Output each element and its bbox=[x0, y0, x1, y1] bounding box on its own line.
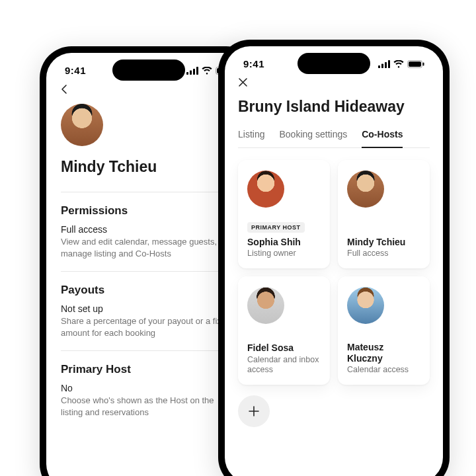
battery-icon bbox=[407, 60, 424, 68]
cell-signal-icon bbox=[378, 60, 390, 68]
section-value: Not set up bbox=[61, 303, 237, 314]
cohost-card[interactable]: PRIMARY HOST Sophia Shih Listing owner bbox=[238, 160, 330, 268]
section-desc: Share a percentage of your payout or a f… bbox=[61, 315, 237, 338]
cohost-name: Mindy Tchieu bbox=[347, 237, 420, 248]
section-value: No bbox=[61, 383, 237, 393]
avatar bbox=[247, 171, 284, 208]
svg-rect-10 bbox=[388, 60, 390, 68]
profile-header: Mindy Tchieu bbox=[61, 100, 237, 192]
section-desc: Choose who's shown as the Host on the li… bbox=[61, 395, 237, 418]
section-title: Permissions bbox=[61, 204, 237, 218]
status-time: 9:41 bbox=[243, 58, 264, 69]
cohost-role: Calendar access bbox=[347, 365, 420, 376]
svg-rect-8 bbox=[381, 63, 383, 68]
status-time: 9:41 bbox=[65, 65, 86, 76]
cohost-name: Mateusz Kluczny bbox=[347, 342, 420, 364]
svg-rect-3 bbox=[196, 67, 198, 75]
section-value: Full access bbox=[61, 224, 237, 235]
avatar bbox=[347, 171, 384, 208]
status-right bbox=[378, 60, 424, 68]
avatar bbox=[247, 287, 284, 324]
plus-icon bbox=[238, 395, 270, 427]
notch bbox=[298, 53, 370, 74]
avatar bbox=[347, 287, 384, 324]
cohost-role: Calendar and inbox access bbox=[247, 355, 321, 376]
section-permissions[interactable]: Permissions Full access View and edit ca… bbox=[61, 192, 237, 271]
cohost-name: Sophia Shih bbox=[247, 237, 321, 248]
close-icon[interactable] bbox=[238, 78, 248, 89]
cohost-role: Listing owner bbox=[247, 249, 321, 259]
page-title: Bruny Island Hideaway bbox=[238, 93, 430, 125]
profile-name: Mindy Tchieu bbox=[61, 151, 237, 185]
wifi-icon bbox=[393, 60, 404, 68]
cohost-card[interactable]: Fidel Sosa Calendar and inbox access bbox=[238, 276, 330, 385]
listing-cohosts: Bruny Island Hideaway Listing Booking se… bbox=[225, 93, 443, 427]
svg-rect-1 bbox=[190, 70, 192, 75]
tab-co-hosts[interactable]: Co-Hosts bbox=[362, 125, 403, 147]
svg-rect-2 bbox=[193, 69, 195, 75]
cohost-card[interactable]: Mateusz Kluczny Calendar access bbox=[338, 276, 430, 385]
cohost-card[interactable]: Mindy Tchieu Full access bbox=[338, 160, 430, 268]
add-cohost-card[interactable] bbox=[238, 393, 330, 427]
avatar bbox=[61, 104, 103, 146]
cohost-grid: PRIMARY HOST Sophia Shih Listing owner M… bbox=[238, 148, 430, 427]
section-desc: View and edit calendar, message guests, … bbox=[61, 236, 237, 259]
tab-booking-settings[interactable]: Booking settings bbox=[279, 125, 347, 147]
svg-rect-9 bbox=[385, 62, 387, 68]
section-title: Payouts bbox=[61, 284, 237, 297]
svg-rect-12 bbox=[409, 61, 421, 67]
tabs: Listing Booking settings Co-Hosts bbox=[238, 125, 430, 148]
cohost-role: Full access bbox=[347, 249, 420, 259]
cell-signal-icon bbox=[186, 67, 198, 75]
section-payouts[interactable]: Payouts Not set up Share a percentage of… bbox=[61, 271, 237, 350]
screen-front: 9:41 Bruny Island Hideaway Listing bbox=[225, 46, 443, 476]
back-icon[interactable] bbox=[60, 85, 70, 97]
svg-rect-0 bbox=[186, 72, 188, 75]
section-title: Primary Host bbox=[61, 363, 237, 376]
svg-rect-7 bbox=[378, 65, 380, 68]
wifi-icon bbox=[202, 67, 212, 75]
cohost-name: Fidel Sosa bbox=[247, 342, 321, 354]
notch bbox=[112, 60, 185, 81]
tab-listing[interactable]: Listing bbox=[238, 125, 264, 147]
svg-rect-13 bbox=[423, 62, 424, 65]
phone-front: 9:41 Bruny Island Hideaway Listing bbox=[218, 40, 450, 476]
primary-host-badge: PRIMARY HOST bbox=[247, 222, 305, 233]
section-primary-host[interactable]: Primary Host No Choose who's shown as th… bbox=[61, 350, 237, 430]
